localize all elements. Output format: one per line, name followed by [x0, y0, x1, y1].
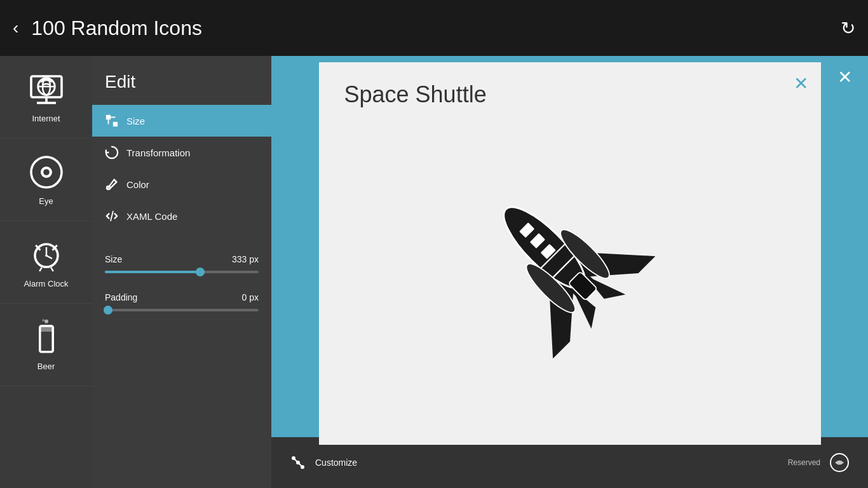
edit-panel: Edit Size Transformation Color: [92, 56, 271, 488]
padding-value: 0 px: [242, 292, 259, 302]
sidebar-beer-label: Beer: [37, 362, 55, 371]
size-slider-fill: [105, 271, 200, 273]
padding-label: Padding: [105, 292, 137, 302]
code-icon: [105, 209, 119, 223]
beer-icon: [27, 318, 65, 356]
app-title: 100 Random Icons: [31, 17, 841, 40]
size-icon: [105, 114, 119, 128]
svg-point-8: [43, 169, 50, 175]
size-control-row: Size 333 px: [105, 254, 259, 264]
edit-menu-transformation-label: Transformation: [126, 147, 190, 158]
top-bar: ‹ 100 Random Icons ↻: [0, 0, 868, 56]
modal-close-button[interactable]: ✕: [794, 75, 808, 93]
svg-line-29: [111, 212, 113, 221]
size-value: 333 px: [232, 254, 259, 264]
svg-point-20: [42, 319, 44, 322]
space-shuttle-icon: [449, 152, 691, 394]
internet-icon: [27, 71, 65, 109]
sidebar-internet-label: Internet: [32, 114, 60, 123]
sidebar: Internet Eye Alarm Clock B: [0, 56, 92, 488]
padding-slider-track[interactable]: [105, 309, 259, 311]
edit-header: Edit: [92, 56, 271, 105]
size-slider-track[interactable]: [105, 271, 259, 273]
color-icon: [105, 177, 119, 191]
back-button[interactable]: ‹: [13, 19, 18, 37]
alarm-clock-icon: [27, 236, 65, 274]
sidebar-item-eye[interactable]: Eye: [0, 139, 92, 221]
sidebar-eye-label: Eye: [39, 196, 53, 206]
refresh-button[interactable]: ↻: [841, 18, 855, 39]
size-label: Size: [105, 254, 122, 264]
modal-title: Space Shuttle: [344, 81, 796, 108]
edit-menu-size[interactable]: Size: [92, 105, 271, 137]
sidebar-item-internet[interactable]: Internet: [0, 56, 92, 139]
edit-menu-xaml[interactable]: XAML Code: [92, 200, 271, 232]
svg-rect-21: [106, 115, 111, 119]
svg-line-12: [46, 255, 52, 259]
sidebar-item-alarm-clock[interactable]: Alarm Clock: [0, 221, 92, 304]
svg-line-15: [39, 268, 42, 271]
edit-menu-color[interactable]: Color: [92, 168, 271, 200]
size-slider-thumb: [196, 268, 205, 276]
edit-menu-size-label: Size: [126, 116, 145, 126]
svg-rect-22: [113, 122, 118, 126]
modal: Space Shuttle ✕: [319, 62, 821, 445]
sidebar-item-beer[interactable]: Beer: [0, 304, 92, 386]
svg-rect-18: [39, 326, 52, 332]
shuttle-display: [344, 121, 796, 426]
svg-point-19: [44, 320, 48, 323]
padding-slider-thumb: [104, 306, 112, 315]
edit-menu-color-label: Color: [126, 179, 149, 190]
edit-controls: Size 333 px Padding 0 px: [92, 238, 271, 346]
svg-line-16: [51, 268, 53, 271]
edit-menu-xaml-label: XAML Code: [126, 211, 177, 222]
edit-menu-transformation[interactable]: Transformation: [92, 137, 271, 168]
eye-icon: [27, 153, 65, 191]
modal-overlay: Space Shuttle ✕: [271, 56, 868, 488]
transform-icon: [105, 146, 119, 159]
sidebar-alarm-clock-label: Alarm Clock: [24, 279, 68, 288]
padding-control-row: Padding 0 px: [105, 292, 259, 302]
